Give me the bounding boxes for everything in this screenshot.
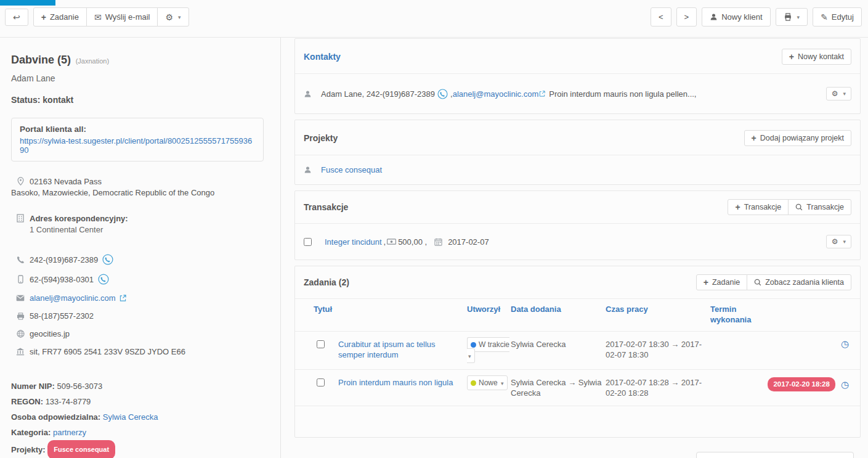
- task-title-link[interactable]: Proin interdum mauris non ligula: [338, 378, 453, 387]
- project-badge[interactable]: Fusce consequat: [47, 440, 115, 458]
- task-work-time: 2017-02-07 18:30 → 2017-02-07 18:30: [606, 339, 710, 360]
- plus-icon: +: [735, 204, 740, 210]
- magnifier-icon: [795, 203, 803, 211]
- client-info-list: Numer NIP: 509-56-3073 REGON: 133-74-877…: [11, 378, 263, 458]
- contact-row: Adam Lane, 242-(919)687-2389 , alanelj@m…: [295, 74, 860, 113]
- task-creator: Sylwia Cerecka → Sylwia Cerecka: [511, 377, 606, 398]
- transaction-gear-dropdown[interactable]: ⚙▾: [826, 235, 851, 248]
- task-checkbox[interactable]: [317, 340, 325, 348]
- column-work-time[interactable]: Czas pracy: [606, 304, 710, 325]
- website-value: geocities.jp: [30, 329, 70, 338]
- new-contact-button[interactable]: +Nowy kontakt: [782, 49, 851, 65]
- plus-icon: +: [752, 135, 756, 141]
- toolbar-right: < > Nowy klient ▾ ✎Edytuj: [651, 7, 862, 27]
- view-client-tasks-button[interactable]: Zobacz zadania klienta: [747, 274, 851, 290]
- chat-widget-partial[interactable]: [696, 452, 854, 458]
- phone-row: 242-(919)687-2389: [11, 254, 263, 265]
- new-client-button[interactable]: Nowy klient: [702, 7, 770, 27]
- external-link-icon[interactable]: [120, 295, 126, 301]
- gear-icon: ⚙: [832, 90, 838, 97]
- column-date-added[interactable]: Data dodania: [511, 304, 606, 325]
- external-link-icon[interactable]: [539, 91, 545, 97]
- add-related-project-button[interactable]: +Dodaj powiązany projekt: [744, 130, 851, 146]
- back-button[interactable]: ↩: [5, 9, 28, 26]
- task-table-empty-space: [295, 406, 860, 437]
- mobile-value: 62-(594)938-0301: [30, 275, 94, 284]
- task-checkbox[interactable]: [317, 378, 325, 386]
- transaction-checkbox[interactable]: [304, 238, 312, 246]
- client-suffix: (Jaxnation): [76, 57, 109, 65]
- task-title-link[interactable]: Curabitur at ipsum ac tellus semper inte…: [338, 340, 436, 359]
- portal-url-link[interactable]: https://sylwia-test.sugester.pl/client/p…: [20, 136, 255, 155]
- project-link[interactable]: Fusce consequat: [321, 165, 382, 174]
- projekty-title: Projekty: [304, 133, 338, 143]
- calendar-icon: [434, 238, 442, 246]
- print-dropdown-button[interactable]: ▾: [776, 8, 808, 26]
- printer-icon: [784, 13, 792, 21]
- edit-button[interactable]: ✎Edytuj: [813, 7, 862, 27]
- call-mobile-icon[interactable]: [98, 274, 109, 285]
- chevron-down-icon: ▾: [468, 353, 471, 359]
- client-name: Dabvine (5): [11, 54, 71, 66]
- prev-record-button[interactable]: <: [651, 7, 671, 27]
- gear-icon: ⚙: [832, 238, 838, 245]
- column-due[interactable]: Termin wykonania: [710, 304, 766, 325]
- transaction-comma: ,: [384, 237, 386, 247]
- zadania-buttons: +Zadanie Zobacz zadania klienta: [696, 274, 851, 290]
- send-email-button[interactable]: ✉Wyślij e-mail: [86, 7, 158, 27]
- person-icon: [304, 90, 321, 98]
- mobile-icon: [11, 275, 30, 284]
- email-row: alanelj@mayoclinic.com: [11, 293, 263, 303]
- panel-zadania: Zadania (2) +Zadanie Zobacz zadania klie…: [294, 266, 861, 438]
- mailing-address-value: 1 Continental Center: [30, 225, 128, 234]
- magnifier-icon: [754, 279, 761, 286]
- toolbar-left: ↩ +Zadanie ✉Wyślij e-mail ⚙▾: [5, 7, 189, 27]
- chevron-down-icon: ▾: [843, 91, 846, 97]
- globe-icon: [11, 330, 30, 338]
- call-contact-icon[interactable]: [437, 89, 448, 99]
- add-transaction-button[interactable]: +Transakcje: [728, 199, 789, 215]
- kontakty-title[interactable]: Kontakty: [304, 52, 341, 62]
- owner-line: Osoba odpowiedzialna: Sylwia Cerecka: [11, 409, 263, 425]
- mailing-address-block: Adres korespondencyjny: 1 Continental Ce…: [11, 214, 263, 234]
- category-link[interactable]: partnerzy: [53, 428, 86, 437]
- email-link[interactable]: alanelj@mayoclinic.com: [30, 293, 116, 303]
- mobile-row: 62-(594)938-0301: [11, 274, 263, 285]
- task-table-header: Tytuł Utworzył Data dodania Czas pracy T…: [295, 299, 860, 332]
- transakcje-buttons: +Transakcje Transakcje: [728, 199, 851, 215]
- search-transactions-button[interactable]: Transakcje: [788, 199, 851, 215]
- transaction-link[interactable]: Integer tincidunt: [325, 237, 382, 247]
- active-tab-indicator: [0, 0, 55, 6]
- gear-icon: ⚙: [165, 14, 173, 21]
- call-phone-icon[interactable]: [102, 254, 113, 265]
- contact-email-link[interactable]: alanelj@mayoclinic.com: [453, 89, 539, 99]
- add-task-button[interactable]: +Zadanie: [33, 7, 87, 27]
- person-icon: [304, 166, 321, 174]
- column-title[interactable]: Tytuł: [304, 304, 467, 325]
- map-pin-icon: [11, 177, 30, 186]
- owner-link[interactable]: Sylwia Cerecka: [103, 412, 158, 422]
- contact-details-list: 242-(919)687-2389 62-(594)938-0301 alane…: [11, 254, 263, 356]
- task-status-dropdown[interactable]: W trakcie ▾: [467, 337, 509, 363]
- bank-account-row: sit, FR77 6905 2541 233V 9SZD JYDO E66: [11, 347, 263, 356]
- clock-icon[interactable]: ◷: [841, 339, 849, 348]
- pencil-icon: ✎: [821, 14, 828, 21]
- clock-icon[interactable]: ◷: [841, 380, 849, 389]
- projects-line: Projekty: Fusce consequat: [11, 440, 263, 458]
- add-task-button[interactable]: +Zadanie: [696, 274, 747, 290]
- website-row: geocities.jp: [11, 329, 263, 338]
- address-block: 02163 Nevada Pass Basoko, Mazowieckie, D…: [11, 177, 263, 197]
- task-status-dropdown[interactable]: Nowe ▾: [467, 375, 508, 390]
- contact-gear-dropdown[interactable]: ⚙▾: [826, 87, 851, 100]
- fax-row: 58-(187)557-2302: [11, 311, 263, 321]
- plus-icon: +: [41, 14, 46, 20]
- next-record-button[interactable]: >: [676, 7, 697, 27]
- transakcje-title: Transakcje: [304, 202, 348, 212]
- column-creator[interactable]: Utworzył: [467, 304, 511, 325]
- toolbar-gear-dropdown[interactable]: ⚙▾: [157, 7, 189, 27]
- task-work-time: 2017-02-07 18:28 → 2017-02-20 18:28: [606, 377, 710, 398]
- chevron-down-icon: ▾: [178, 14, 181, 20]
- task-row: Proin interdum mauris non ligula Nowe ▾ …: [295, 370, 860, 406]
- portal-label: Portal klienta all:: [20, 125, 255, 134]
- person-icon: [710, 13, 718, 21]
